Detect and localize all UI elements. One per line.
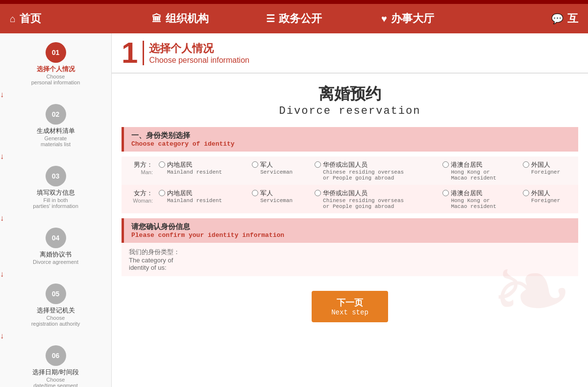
woman-mainland-zh: 内地居民 [167, 189, 222, 198]
man-label: 男方： Man: [122, 156, 156, 185]
woman-hkmo-en: Hong Kong orMacao resident [451, 198, 496, 209]
confirm-body: 我们的身份类型： The category ofidentity of us: [122, 243, 578, 276]
sidebar: 01 选择个人情况 Choosepersonal information ↓ 0… [0, 33, 112, 387]
section1-header: 一、身份类别选择 Choose category of identity [122, 127, 578, 152]
step-circle-01: 01 [46, 42, 66, 63]
confirm-header: 请您确认身份信息 Please confirm your identity in… [122, 218, 578, 243]
nav-home-label: 首页 [20, 11, 41, 26]
woman-overseas-en: Chinese residing overseasor People going… [323, 198, 404, 209]
step-circle-06: 06 [46, 345, 66, 366]
step-circle-04: 04 [46, 228, 66, 248]
woman-overseas-zh: 华侨或出国人员 [323, 189, 404, 198]
nav-policy-label: 政务公开 [279, 11, 322, 26]
sidebar-step-04[interactable]: 04 离婚协议书 Divorce agreement [0, 224, 111, 269]
man-hkmo-option: 港澳台居民 Hong Kong orMacao resident [440, 156, 520, 185]
chat-icon: 💬 [551, 13, 564, 25]
section1-header-zh: 一、身份类别选择 [131, 131, 571, 140]
woman-foreigner-radio[interactable] [523, 190, 529, 196]
woman-mainland-option: 内地居民 Mainland resident [156, 185, 249, 213]
sidebar-step-06[interactable]: 06 选择日期/时间段 Choosedate/time segment [0, 341, 111, 387]
man-foreigner-radio[interactable] [523, 161, 529, 168]
woman-military-radio[interactable] [252, 190, 258, 196]
man-mainland-zh: 内地居民 [167, 160, 222, 169]
step-header-titles: 选择个人情况 Choose personal information [149, 41, 249, 65]
woman-row: 女方： Woman: 内地居民 Mainland resident [122, 185, 578, 213]
sidebar-step-02[interactable]: 02 生成材料清单 Generatematerials list [0, 100, 111, 151]
sidebar-step-01[interactable]: 01 选择个人情况 Choosepersonal information [0, 38, 111, 89]
woman-hkmo-option: 港澳台居民 Hong Kong orMacao resident [440, 185, 520, 213]
man-foreigner-en: Foreigner [531, 169, 560, 175]
next-btn-zh: 下一页 [331, 297, 368, 309]
step-label-zh-05: 选择登记机关 [37, 306, 75, 315]
hall-icon: ♥ [381, 13, 387, 25]
man-foreigner-option: 外国人 Foreigner [520, 156, 578, 185]
man-military-option: 军人 Serviceman [249, 156, 312, 185]
woman-military-zh: 军人 [260, 189, 293, 198]
step-label-en-01: Choosepersonal information [31, 74, 80, 85]
nav-home[interactable]: ⌂ 首页 [10, 11, 123, 26]
nav-bar: ⌂ 首页 🏛 组织机构 ☰ 政务公开 ♥ 办事大厅 💬 互 [0, 4, 588, 33]
man-overseas-option: 华侨或出国人员 Chinese residing overseasor Peop… [312, 156, 440, 185]
main-layout: 01 选择个人情况 Choosepersonal information ↓ 0… [0, 33, 588, 387]
nav-more-label: 互 [567, 11, 578, 26]
next-btn-en: Next step [331, 309, 368, 316]
page-title-en: Divorce reservation [112, 105, 588, 117]
woman-military-option: 军人 Serviceman [249, 185, 312, 213]
step-label-zh-06: 选择日期/时间段 [32, 368, 79, 377]
sidebar-step-05[interactable]: 05 选择登记机关 Chooseregistration authority [0, 280, 111, 331]
man-mainland-option: 内地居民 Mainland resident [156, 156, 249, 185]
arrow-04-05: ↓ [0, 270, 111, 279]
next-step-button[interactable]: 下一页 Next step [312, 291, 388, 322]
man-military-radio[interactable] [252, 161, 258, 168]
man-row: 男方： Man: 内地居民 Mainland resident [122, 156, 578, 185]
arrow-02-03: ↓ [0, 152, 111, 161]
woman-hkmo-radio[interactable] [442, 190, 449, 196]
woman-mainland-radio[interactable] [159, 190, 165, 196]
woman-foreigner-zh: 外国人 [531, 189, 560, 198]
man-mainland-en: Mainland resident [167, 169, 222, 175]
step-label-zh-01: 选择个人情况 [37, 65, 75, 74]
woman-foreigner-option: 外国人 Foreigner [520, 185, 578, 213]
page-title-area: 离婚预约 Divorce reservation [112, 74, 588, 122]
woman-label: 女方： Woman: [122, 185, 156, 213]
nav-org-label: 组织机构 [166, 11, 209, 26]
step-circle-03: 03 [46, 166, 66, 186]
step-label-en-05: Chooseregistration authority [31, 315, 80, 327]
man-hkmo-en: Hong Kong orMacao resident [451, 169, 496, 181]
man-military-zh: 军人 [260, 160, 293, 169]
man-hkmo-zh: 港澳台居民 [451, 160, 496, 169]
woman-overseas-radio[interactable] [315, 190, 321, 196]
step-label-zh-04: 离婚协议书 [40, 250, 72, 259]
woman-overseas-option: 华侨或出国人员 Chinese residing overseasor Peop… [312, 185, 440, 213]
man-overseas-zh: 华侨或出国人员 [323, 160, 404, 169]
woman-hkmo-zh: 港澳台居民 [451, 189, 496, 198]
sidebar-step-03[interactable]: 03 填写双方信息 Fill in bothparties' informati… [0, 162, 111, 213]
arrow-05-06: ↓ [0, 332, 111, 340]
arrow-01-02: ↓ [0, 90, 111, 99]
confirm-header-zh: 请您确认身份信息 [131, 222, 571, 232]
woman-mainland-en: Mainland resident [167, 198, 222, 204]
section1-header-en: Choose category of identity [131, 140, 571, 148]
nav-hall-label: 办事大厅 [391, 11, 434, 26]
identity-table: 男方： Man: 内地居民 Mainland resident [122, 156, 578, 213]
confirm-body-en: The category ofidentity of us: [129, 257, 571, 271]
nav-hall[interactable]: ♥ 办事大厅 [351, 11, 465, 26]
step-circle-05: 05 [46, 284, 66, 304]
nav-org[interactable]: 🏛 组织机构 [123, 11, 237, 26]
nav-more[interactable]: 💬 互 [465, 11, 578, 26]
step-label-en-04: Divorce agreement [33, 259, 78, 265]
man-mainland-radio[interactable] [159, 161, 165, 168]
arrow-03-04: ↓ [0, 214, 111, 223]
step-label-en-02: Generatematerials list [41, 135, 71, 147]
step-divider [143, 41, 144, 65]
man-hkmo-radio[interactable] [442, 161, 449, 168]
page-title-zh: 离婚预约 [112, 83, 588, 105]
org-icon: 🏛 [152, 13, 162, 25]
man-overseas-radio[interactable] [315, 161, 321, 168]
step-label-zh-02: 生成材料清单 [37, 127, 75, 135]
man-military-en: Serviceman [260, 169, 293, 175]
confirm-body-zh: 我们的身份类型： [129, 248, 571, 257]
nav-policy[interactable]: ☰ 政务公开 [237, 11, 351, 26]
man-foreigner-zh: 外国人 [531, 160, 560, 169]
step-circle-02: 02 [46, 104, 66, 125]
